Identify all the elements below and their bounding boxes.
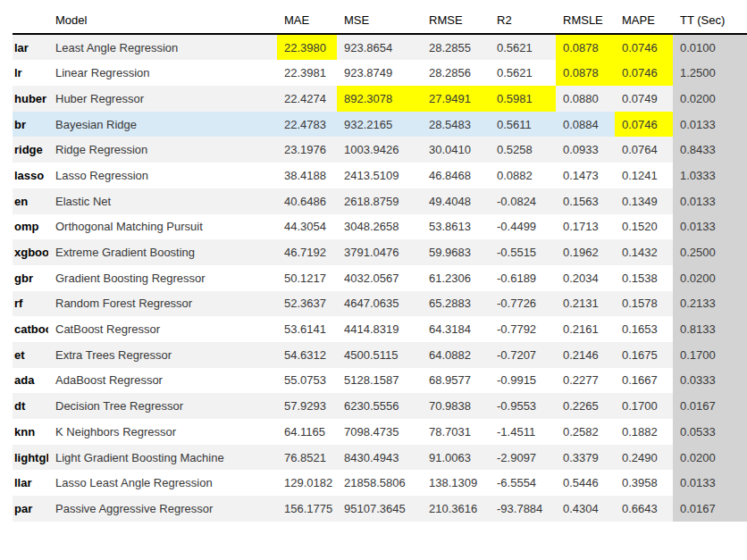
metric-cell-tt-sec: 0.0200 xyxy=(673,445,747,471)
model-name-cell: AdaBoost Regressor xyxy=(48,368,277,394)
metric-cell-tt-sec: 0.1700 xyxy=(673,342,747,368)
model-name-cell: Least Angle Regression xyxy=(48,34,277,61)
metric-cell-mse: 5128.1587 xyxy=(337,368,422,394)
row-index-label: huber xyxy=(13,86,48,112)
table-row-lightgbm: lightgbmLight Gradient Boosting Machine7… xyxy=(13,445,747,471)
metric-cell-rmsle: 0.3379 xyxy=(556,445,615,471)
metric-cell-tt-sec: 0.8133 xyxy=(673,316,747,342)
metric-cell-mape: 0.0746 xyxy=(615,60,673,86)
row-index-label: ridge xyxy=(13,137,48,163)
metric-cell-rmsle: 0.1713 xyxy=(556,214,615,240)
metric-cell-tt-sec: 0.2500 xyxy=(673,239,747,265)
row-index-label: catboost xyxy=(13,316,48,342)
metric-cell-mae: 76.8521 xyxy=(277,445,337,471)
column-header-rmsle: RMSLE xyxy=(556,7,615,34)
metric-cell-mape: 0.0749 xyxy=(615,86,673,112)
table-row-ridge: ridgeRidge Regression23.19761003.942630.… xyxy=(13,137,747,163)
metric-cell-mse: 8430.4943 xyxy=(337,445,422,471)
row-index-label: rf xyxy=(13,291,48,317)
metric-cell-rmse: 61.2306 xyxy=(422,265,490,291)
column-header-model: Model xyxy=(48,7,277,34)
metric-cell-mape: 0.1675 xyxy=(615,342,673,368)
model-name-cell: Light Gradient Boosting Machine xyxy=(48,445,277,471)
metric-cell-r2: -0.5515 xyxy=(490,239,556,265)
column-header-mae: MAE xyxy=(277,7,337,34)
metric-cell-mse: 6230.5556 xyxy=(337,393,422,419)
column-header-index xyxy=(13,7,48,34)
column-header-tt-sec: TT (Sec) xyxy=(673,7,747,34)
row-index-label: ada xyxy=(13,368,48,394)
metric-cell-mse: 3048.2658 xyxy=(337,214,422,240)
metric-cell-rmse: 49.4048 xyxy=(422,188,490,214)
metric-cell-r2: 0.0882 xyxy=(490,163,556,188)
metric-cell-tt-sec: 0.0133 xyxy=(673,214,747,240)
table-row-catboost: catboostCatBoost Regressor53.61414414.83… xyxy=(13,316,747,342)
metric-cell-tt-sec: 0.0100 xyxy=(673,34,747,61)
metric-cell-mse: 923.8654 xyxy=(337,34,422,61)
metric-cell-rmse: 64.3184 xyxy=(422,316,490,342)
table-row-lar: larLeast Angle Regression22.3980923.8654… xyxy=(13,34,747,61)
metric-cell-mse: 21858.5806 xyxy=(337,470,422,496)
metric-cell-mse: 2413.5109 xyxy=(337,163,422,188)
metric-cell-tt-sec: 1.0333 xyxy=(673,163,747,188)
metric-cell-rmse: 64.0882 xyxy=(422,342,490,368)
metric-cell-r2: -2.9097 xyxy=(490,445,556,471)
model-name-cell: Passive Aggressive Regressor xyxy=(48,496,277,522)
metric-cell-mae: 64.1165 xyxy=(277,419,337,445)
table-row-gbr: gbrGradient Boosting Regressor50.1217403… xyxy=(13,265,747,291)
metric-cell-rmse: 53.8613 xyxy=(422,214,490,240)
table-row-omp: ompOrthogonal Matching Pursuit44.3054304… xyxy=(13,214,747,240)
metric-cell-mse: 4647.0635 xyxy=(337,291,422,317)
metric-cell-rmse: 46.8468 xyxy=(422,163,490,188)
metric-cell-rmsle: 0.0933 xyxy=(556,137,615,163)
metric-cell-rmse: 28.2856 xyxy=(422,60,490,86)
metric-cell-rmse: 27.9491 xyxy=(422,86,490,112)
metric-cell-mae: 40.6486 xyxy=(277,188,337,214)
metric-cell-r2: 0.5611 xyxy=(490,112,556,138)
metric-cell-mse: 3791.0476 xyxy=(337,239,422,265)
metric-cell-r2: -0.9553 xyxy=(490,393,556,419)
metric-cell-tt-sec: 0.8433 xyxy=(673,137,747,163)
metric-cell-r2: -0.7726 xyxy=(490,291,556,317)
row-index-label: br xyxy=(13,112,48,138)
metric-cell-rmse: 70.9838 xyxy=(422,393,490,419)
metric-cell-r2: -1.4511 xyxy=(490,419,556,445)
metric-cell-r2: -0.7207 xyxy=(490,342,556,368)
metric-cell-rmsle: 0.1962 xyxy=(556,239,615,265)
metric-cell-mape: 0.0764 xyxy=(615,137,673,163)
metric-cell-rmsle: 0.2265 xyxy=(556,393,615,419)
model-name-cell: Extreme Gradient Boosting xyxy=(48,239,277,265)
metric-cell-tt-sec: 1.2500 xyxy=(673,60,747,86)
metric-cell-rmse: 78.7031 xyxy=(422,419,490,445)
row-index-label: dt xyxy=(13,393,48,419)
metric-cell-mse: 4500.5115 xyxy=(337,342,422,368)
row-index-label: omp xyxy=(13,214,48,240)
metric-cell-r2: -0.0824 xyxy=(490,188,556,214)
table-body: larLeast Angle Regression22.3980923.8654… xyxy=(13,34,747,522)
metric-cell-mape: 0.1349 xyxy=(615,188,673,214)
table-row-br: brBayesian Ridge22.4783932.216528.54830.… xyxy=(13,112,747,138)
metric-cell-tt-sec: 0.0333 xyxy=(673,368,747,394)
metric-cell-mape: 0.2490 xyxy=(615,445,673,471)
metric-cell-mape: 0.1882 xyxy=(615,419,673,445)
metric-cell-rmse: 59.9683 xyxy=(422,239,490,265)
model-name-cell: Extra Trees Regressor xyxy=(48,342,277,368)
metric-cell-tt-sec: 0.0133 xyxy=(673,112,747,138)
row-index-label: en xyxy=(13,188,48,214)
table-row-et: etExtra Trees Regressor54.63124500.51156… xyxy=(13,342,747,368)
metric-cell-tt-sec: 0.0200 xyxy=(673,86,747,112)
model-name-cell: Elastic Net xyxy=(48,188,277,214)
row-index-label: llar xyxy=(13,470,48,496)
metric-cell-rmse: 68.9577 xyxy=(422,368,490,394)
table-row-lasso: lassoLasso Regression38.41882413.510946.… xyxy=(13,163,747,188)
table-row-rf: rfRandom Forest Regressor52.36374647.063… xyxy=(13,291,747,317)
column-header-rmse: RMSE xyxy=(422,7,490,34)
metric-cell-r2: 0.5258 xyxy=(490,137,556,163)
model-name-cell: Gradient Boosting Regressor xyxy=(48,265,277,291)
metric-cell-mape: 0.1667 xyxy=(615,368,673,394)
metric-cell-mae: 46.7192 xyxy=(277,239,337,265)
model-comparison-table: Model MAEMSERMSER2RMSLEMAPETT (Sec) larL… xyxy=(13,7,747,522)
metric-cell-tt-sec: 0.0167 xyxy=(673,393,747,419)
metric-cell-mse: 95107.3645 xyxy=(337,496,422,522)
metric-cell-mape: 0.3958 xyxy=(615,470,673,496)
